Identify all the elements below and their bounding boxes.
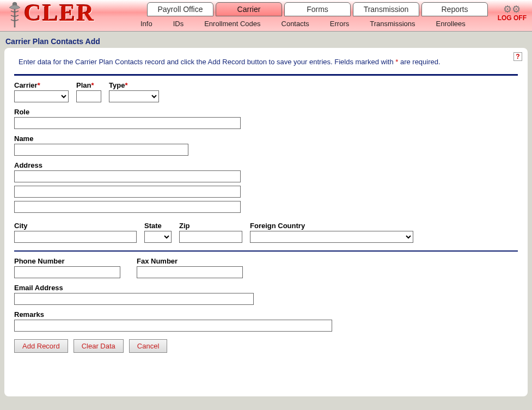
instructions-post: are required.: [398, 58, 440, 66]
type-label: Type*: [109, 81, 159, 89]
logoff-link[interactable]: LOG OFF: [498, 15, 527, 21]
app-logo: CLER: [24, 0, 95, 27]
subtab-errors[interactable]: Errors: [330, 20, 349, 28]
state-label: State: [144, 222, 172, 230]
divider: [14, 250, 518, 252]
remarks-label: Remarks: [14, 310, 332, 319]
divider: [14, 74, 518, 76]
form-panel: ? Enter data for the Carrier Plan Contac…: [4, 48, 528, 396]
phone-label: Phone Number: [14, 257, 120, 265]
app-header: CLER Payroll Office Carrier Forms Transm…: [0, 0, 532, 32]
carrier-select[interactable]: [14, 90, 69, 102]
foreign-country-select[interactable]: [250, 231, 413, 243]
city-input[interactable]: [14, 231, 137, 243]
role-input[interactable]: [14, 117, 241, 129]
gear-icon[interactable]: ⚙⚙: [498, 3, 527, 15]
name-input[interactable]: [14, 144, 188, 156]
tab-forms[interactable]: Forms: [284, 2, 351, 16]
remarks-input[interactable]: [14, 320, 332, 332]
subtab-enrollees[interactable]: Enrollees: [436, 20, 466, 28]
tab-transmission[interactable]: Transmission: [353, 2, 419, 16]
carrier-label: Carrier*: [14, 81, 69, 89]
fax-input[interactable]: [137, 266, 243, 278]
page-title: Carrier Plan Contacts Add: [0, 32, 532, 48]
tab-carrier[interactable]: Carrier: [216, 2, 282, 16]
fax-label: Fax Number: [137, 257, 243, 265]
subtab-transmissions[interactable]: Transmissions: [370, 20, 415, 28]
form-instructions: Enter data for the Carrier Plan Contacts…: [14, 53, 518, 73]
tab-payroll-office[interactable]: Payroll Office: [147, 2, 213, 16]
foreign-country-label: Foreign Country: [250, 222, 413, 230]
email-label: Email Address: [14, 284, 254, 292]
instructions-pre: Enter data for the Carrier Plan Contacts…: [19, 58, 395, 66]
subtab-enrollment-codes[interactable]: Enrollment Codes: [204, 20, 260, 28]
email-input[interactable]: [14, 293, 254, 305]
cancel-button[interactable]: Cancel: [129, 339, 167, 353]
state-select[interactable]: [144, 231, 172, 243]
address-label: Address: [14, 161, 241, 169]
help-icon[interactable]: ?: [513, 52, 522, 61]
main-tabs: Payroll Office Carrier Forms Transmissio…: [147, 2, 488, 16]
subtab-info[interactable]: Info: [140, 20, 152, 28]
subtab-contacts[interactable]: Contacts: [282, 20, 309, 28]
zip-label: Zip: [179, 222, 242, 230]
subtab-ids[interactable]: IDs: [173, 20, 184, 28]
header-right: ⚙⚙ LOG OFF: [498, 3, 527, 21]
plan-input[interactable]: [76, 90, 101, 102]
zip-input[interactable]: [179, 231, 242, 243]
address-line2-input[interactable]: [14, 186, 241, 198]
tab-reports[interactable]: Reports: [421, 2, 488, 16]
sub-tabs: Info IDs Enrollment Codes Contacts Error…: [140, 20, 466, 28]
add-record-button[interactable]: Add Record: [14, 339, 68, 353]
address-line3-input[interactable]: [14, 201, 241, 213]
plan-label: Plan*: [76, 81, 101, 89]
name-label: Name: [14, 134, 188, 143]
city-label: City: [14, 222, 137, 230]
phone-input[interactable]: [14, 266, 120, 278]
clear-data-button[interactable]: Clear Data: [74, 339, 124, 353]
button-row: Add Record Clear Data Cancel: [14, 339, 518, 353]
role-label: Role: [14, 108, 241, 116]
caduceus-icon: [7, 1, 23, 29]
type-select[interactable]: [109, 90, 159, 102]
address-line1-input[interactable]: [14, 170, 241, 182]
